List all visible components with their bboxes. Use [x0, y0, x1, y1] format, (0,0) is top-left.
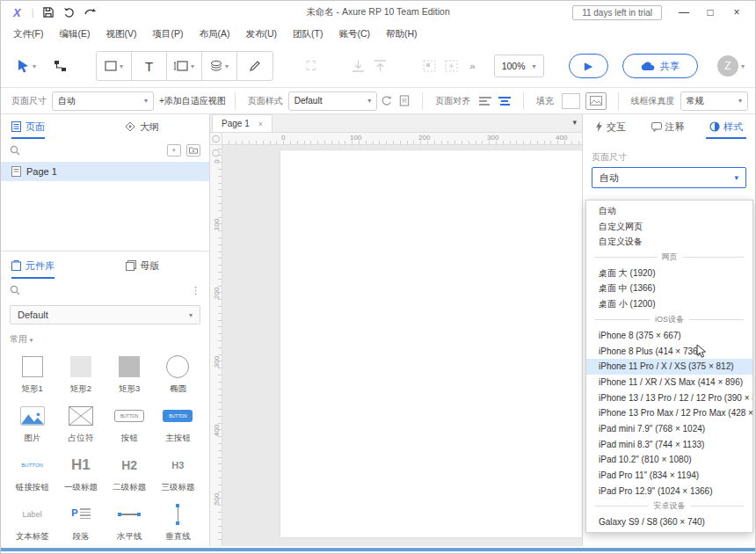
dropdown-option-highlighted[interactable]: iPhone 11 Pro / X / XS (375 × 812): [586, 359, 752, 375]
maximize-button[interactable]: □: [697, 6, 723, 18]
text-tool-button[interactable]: T: [132, 52, 167, 80]
chevron-down-icon: ▾: [120, 62, 123, 70]
style-guide-button[interactable]: R: [399, 95, 410, 106]
account-menu[interactable]: Z ▾: [717, 55, 745, 77]
tab-outline[interactable]: 大纲: [125, 114, 159, 139]
menu-team[interactable]: 团队(T): [293, 28, 323, 40]
tab-masters[interactable]: 母版: [126, 252, 160, 279]
align-page-left-button[interactable]: [479, 97, 491, 106]
tab-interactions[interactable]: 交互: [595, 114, 626, 139]
widget-primary-button[interactable]: BUTTON主按钮: [154, 398, 202, 448]
widget-horizontal-line[interactable]: 水平线: [105, 497, 154, 546]
crop-tool-button[interactable]: ⛶: [300, 58, 323, 74]
trial-badge[interactable]: 11 days left in trial: [572, 5, 662, 20]
reset-style-button[interactable]: [381, 95, 392, 106]
dropdown-option[interactable]: 自动: [586, 203, 752, 219]
align-bottom-button[interactable]: [347, 60, 370, 72]
canvas-viewport[interactable]: [222, 145, 582, 546]
library-select[interactable]: Default ▾: [10, 305, 200, 324]
save-button[interactable]: [38, 4, 59, 21]
horizontal-ruler[interactable]: 0 100 200 300 400: [222, 133, 582, 145]
widget-text-label[interactable]: Label文本标签: [8, 497, 56, 546]
distribute-button[interactable]: [440, 60, 463, 72]
page-size-select[interactable]: 自动 ▾: [52, 91, 154, 111]
widget-vertical-line[interactable]: 垂直线: [154, 497, 202, 546]
tab-pages[interactable]: 页面: [11, 114, 45, 139]
group-button[interactable]: [418, 60, 441, 72]
menu-account[interactable]: 账号(C): [338, 28, 370, 40]
dropdown-option[interactable]: iPhone 13 Pro Max / 12 Pro Max (428 × 92…: [586, 405, 752, 421]
share-button[interactable]: 共享: [622, 54, 698, 78]
preview-button[interactable]: ▶: [569, 54, 608, 78]
menu-help[interactable]: 帮助(H): [386, 28, 418, 40]
dropdown-option[interactable]: iPad 10.2" (810 × 1080): [586, 452, 752, 468]
dropdown-option[interactable]: 桌面 中 (1366): [586, 281, 752, 296]
toolbar-overflow-button[interactable]: »: [470, 61, 475, 71]
dropdown-option[interactable]: 桌面 小 (1200): [586, 296, 752, 312]
tab-widget-library[interactable]: 元件库: [11, 252, 55, 279]
dropdown-option[interactable]: iPad mini 8.3" (744 × 1133): [586, 436, 752, 452]
dropdown-option[interactable]: 桌面 大 (1920): [586, 266, 752, 281]
menu-project[interactable]: 项目(P): [152, 28, 183, 40]
canvas-tab-page1[interactable]: Page 1 ×: [212, 114, 273, 132]
add-adaptive-view-link[interactable]: +添加自适应视图: [159, 95, 226, 107]
rectangle-tool-button[interactable]: ▾: [97, 52, 132, 80]
dropdown-option[interactable]: iPhone 8 Plus (414 × 736): [586, 343, 752, 359]
fill-color-swatch[interactable]: [562, 93, 580, 109]
shapes-tool-button[interactable]: ▾: [202, 52, 237, 80]
close-tab-icon[interactable]: ×: [258, 120, 263, 128]
page-style-select[interactable]: Default ▾: [288, 91, 378, 111]
widget-ellipse[interactable]: 椭圆: [154, 349, 202, 398]
menu-publish[interactable]: 发布(U): [245, 28, 277, 40]
menu-edit[interactable]: 编辑(E): [59, 28, 90, 40]
widget-h2[interactable]: H2二级标题: [105, 448, 154, 497]
menu-file[interactable]: 文件(F): [13, 28, 43, 40]
ruler-corner[interactable]: ◯: [210, 133, 222, 145]
dropdown-option[interactable]: 自定义设备: [586, 234, 752, 250]
dropdown-option[interactable]: iPhone 8 (375 × 667): [586, 328, 752, 344]
select-tool-button[interactable]: ▾: [11, 52, 41, 80]
page-surface[interactable]: [280, 150, 582, 537]
fill-image-button[interactable]: [585, 92, 606, 110]
widget-h1[interactable]: H1一级标题: [56, 448, 105, 497]
add-folder-button[interactable]: [186, 144, 200, 157]
dropdown-option[interactable]: iPad Pro 11" (834 × 1194): [586, 468, 752, 484]
pen-tool-button[interactable]: [237, 52, 273, 80]
minimize-button[interactable]: —: [671, 6, 697, 18]
close-button[interactable]: ×: [723, 6, 750, 18]
widget-image[interactable]: 图片: [8, 398, 56, 448]
connector-tool-button[interactable]: [48, 52, 73, 80]
align-page-center-button[interactable]: [498, 97, 511, 106]
dropdown-option[interactable]: 自定义网页: [586, 219, 752, 235]
dropdown-option[interactable]: iPad mini 7.9" (768 × 1024): [586, 421, 752, 437]
widget-rect1[interactable]: 矩形1: [8, 349, 56, 398]
fidelity-select[interactable]: 常规 ▾: [680, 91, 748, 111]
section-common[interactable]: 常用 ▾: [1, 328, 209, 346]
menu-arrange[interactable]: 布局(A): [199, 28, 229, 40]
vertical-ruler[interactable]: ◯ 0 100 200 300 400 500 600: [210, 145, 222, 546]
dropdown-option[interactable]: iPhone 11 / XR / XS Max (414 × 896): [586, 375, 752, 390]
tab-overflow-button[interactable]: ▾: [572, 118, 577, 127]
panel-page-size-select[interactable]: 自动 ▾: [592, 167, 746, 188]
widget-rect3[interactable]: 矩形3: [105, 349, 154, 398]
dropdown-option[interactable]: iPhone 13 / 13 Pro / 12 / 12 Pro (390 × …: [586, 390, 752, 405]
redo-button[interactable]: [80, 4, 101, 21]
widget-link-button[interactable]: BUTTON链接按钮: [8, 448, 56, 497]
form-field-tool-button[interactable]: ▾: [167, 52, 202, 80]
widget-placeholder[interactable]: 占位符: [56, 398, 105, 448]
widget-paragraph[interactable]: P段落: [56, 497, 105, 546]
menu-view[interactable]: 视图(V): [105, 28, 136, 40]
dropdown-option[interactable]: Galaxy S9 / S8 (360 × 740): [586, 514, 752, 530]
dropdown-option[interactable]: iPad Pro 12.9" (1024 × 1366): [586, 483, 752, 499]
undo-button[interactable]: [59, 4, 80, 21]
align-top-button[interactable]: [369, 60, 392, 72]
tab-notes[interactable]: 注释: [651, 114, 685, 139]
page-list-item[interactable]: Page 1: [1, 162, 209, 181]
widget-button[interactable]: BUTTON按钮: [105, 398, 154, 448]
widget-h3[interactable]: H3三级标题: [154, 448, 202, 497]
add-page-button[interactable]: +: [167, 144, 181, 157]
tab-style[interactable]: 样式: [709, 114, 743, 139]
widget-rect2[interactable]: 矩形2: [56, 349, 105, 398]
zoom-select[interactable]: 100% ▾: [494, 55, 544, 77]
widgets-more-button[interactable]: ⋮: [191, 285, 200, 296]
